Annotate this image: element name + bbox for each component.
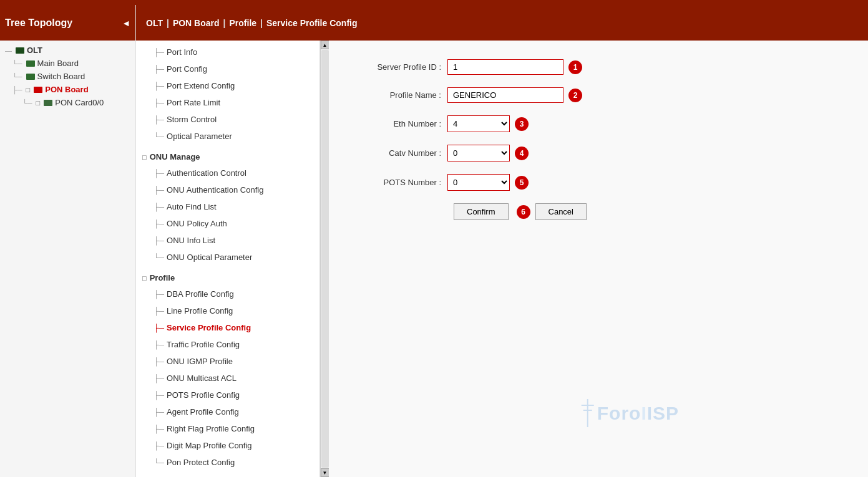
menu-item-authentication-control[interactable]: ├─ Authentication Control [136, 165, 319, 181]
scroll-indicator: ▲ ▼ [320, 41, 329, 477]
sidebar-title: Tree Topology [5, 17, 72, 29]
breadcrumb-olt: OLT [146, 18, 163, 28]
olt-icon [16, 47, 24, 54]
menu-label-line-profile-config: Line Profile Config [167, 306, 233, 316]
scroll-down-btn[interactable]: ▼ [321, 468, 329, 477]
scroll-up-btn[interactable]: ▲ [321, 41, 329, 49]
menu-item-onu-igmp-profile[interactable]: ├─ ONU IGMP Profile [136, 353, 319, 370]
breadcrumb-bar: OLT | PON Board | Profile | Service Prof… [136, 5, 868, 41]
menu-item-storm-control[interactable]: ├─ Storm Control [136, 111, 319, 128]
menu-item-onu-multicast-acl[interactable]: ├─ ONU Multicast ACL [136, 370, 319, 387]
step-badge-6: 6 [517, 205, 530, 219]
profile-name-row: Profile Name : 2 [348, 87, 849, 103]
connector-onu-policy: ├─ [154, 219, 164, 228]
menu-label-auto-find-list: Auto Find List [167, 202, 217, 211]
connector-port-rate: ├─ [154, 99, 164, 107]
catv-number-row: Catv Number : 0 1 2 4 [348, 145, 849, 161]
eth-number-select[interactable]: 4 1 2 3 8 [447, 115, 510, 132]
menu-label-port-info: Port Info [167, 47, 197, 57]
tree-item-pon-card[interactable]: └─ □ PON Card0/0 [0, 96, 135, 109]
watermark-text: ForoIISP [597, 403, 679, 424]
menu-label-agent-profile-config: Agent Profile Config [167, 407, 239, 417]
connector-auto-find: ├─ [154, 203, 164, 211]
menu-item-auto-find-list[interactable]: ├─ Auto Find List [136, 198, 319, 215]
olt-label: OLT [27, 46, 42, 55]
breadcrumb-service-profile-config: Service Profile Config [266, 18, 357, 28]
menu-item-onu-policy-auth[interactable]: ├─ ONU Policy Auth [136, 215, 319, 232]
menu-item-onu-authentication-config[interactable]: ├─ ONU Authentication Config [136, 181, 319, 198]
catv-number-label: Catv Number : [348, 148, 447, 158]
pon-card-icon [44, 100, 52, 106]
menu-item-pots-profile-config[interactable]: ├─ POTS Profile Config [136, 387, 319, 403]
menu-item-port-info[interactable]: ├─ Port Info [136, 44, 319, 60]
tree-item-switch-board[interactable]: └─ Switch Board [0, 70, 135, 83]
pots-number-select[interactable]: 0 1 2 [447, 174, 510, 191]
connector-onu-info: ├─ [154, 236, 164, 245]
connector-optical: └─ [154, 132, 164, 141]
menu-label-onu-info-list: ONU Info List [167, 236, 215, 245]
connector-port-info: ├─ [154, 48, 164, 57]
tree-item-pon-board[interactable]: ├─ □ PON Board [0, 83, 135, 96]
menu-label-storm-control: Storm Control [167, 115, 217, 124]
breadcrumb-sep-1: | [167, 18, 169, 28]
tree-item-main-board[interactable]: └─ Main Board [0, 57, 135, 70]
connector-igmp: ├─ [154, 357, 164, 366]
breadcrumb-sep-3: | [260, 18, 263, 28]
menu-item-port-rate-limit[interactable]: ├─ Port Rate Limit [136, 94, 319, 111]
menu-item-onu-optical-parameter[interactable]: └─ ONU Optical Parameter [136, 249, 319, 266]
menu-item-digit-map-profile-config[interactable]: ├─ Digit Map Profile Config [136, 437, 319, 454]
connector-agent: ├─ [154, 408, 164, 417]
connector-port-config: ├─ [154, 65, 164, 74]
sidebar-collapse-arrow[interactable]: ◄ [122, 18, 130, 28]
pon-card-label: PON Card0/0 [55, 98, 104, 107]
menu-item-agent-profile-config[interactable]: ├─ Agent Profile Config [136, 403, 319, 420]
step-badge-1: 1 [568, 60, 582, 74]
menu-item-port-config[interactable]: ├─ Port Config [136, 60, 319, 77]
menu-item-pon-protect-config[interactable]: └─ Pon Protect Config [136, 454, 319, 471]
connector-auth: ├─ [154, 169, 164, 178]
connector-pots: ├─ [154, 391, 164, 400]
menu-item-dba-profile-config[interactable]: ├─ DBA Profile Config [136, 286, 319, 302]
menu-label-dba-profile-config: DBA Profile Config [167, 289, 234, 299]
menu-label-digit-map-profile-config: Digit Map Profile Config [167, 441, 252, 450]
menu-label-onu-policy-auth: ONU Policy Auth [167, 219, 227, 228]
menu-section-profile[interactable]: □ Profile [136, 269, 319, 286]
pots-number-label: POTS Number : [348, 178, 447, 187]
catv-number-select[interactable]: 0 1 2 [447, 145, 510, 161]
breadcrumb-sep-2: | [223, 18, 226, 28]
menu-item-traffic-profile-config[interactable]: ├─ Traffic Profile Config [136, 336, 319, 353]
step-badge-5: 5 [515, 176, 529, 190]
connector-line: ├─ [154, 307, 164, 316]
menu-label-pots-profile-config: POTS Profile Config [167, 390, 240, 400]
step-badge-4: 4 [515, 147, 529, 160]
server-profile-id-row: Server Profile ID : 1 [348, 59, 849, 75]
tree-item-olt[interactable]: — OLT [0, 44, 135, 57]
menu-item-onu-info-list[interactable]: ├─ ONU Info List [136, 232, 319, 249]
menu-label-authentication-control: Authentication Control [167, 168, 246, 178]
pots-number-row: POTS Number : 0 1 2 5 [348, 174, 849, 191]
menu-label-traffic-profile-config: Traffic Profile Config [167, 340, 240, 349]
cancel-button[interactable]: Cancel [535, 203, 587, 220]
menu-item-service-profile-config[interactable]: ├─ Service Profile Config [136, 319, 319, 336]
menu-item-optical-parameter[interactable]: └─ Optical Parameter [136, 128, 319, 145]
tree-area: — OLT └─ Main Board └─ Switch Board ├─ □ [0, 41, 135, 477]
eth-number-label: Eth Number : [348, 119, 447, 128]
server-profile-id-input[interactable] [447, 59, 563, 75]
menu-item-right-flag-profile-config[interactable]: ├─ Right Flag Profile Config [136, 420, 319, 437]
profile-name-input[interactable] [447, 87, 563, 103]
menu-label-onu-authentication-config: ONU Authentication Config [167, 185, 263, 195]
confirm-button[interactable]: Confirm [454, 203, 509, 220]
connector-multicast: ├─ [154, 374, 164, 383]
menu-section-onu-manage[interactable]: □ ONU Manage [136, 148, 319, 165]
menu-label-port-extend-config: Port Extend Config [167, 81, 235, 90]
connector-traffic: ├─ [154, 340, 164, 349]
buttons-row: Confirm 6 Cancel [348, 203, 849, 220]
menu-section-onu-manage-label: ONU Manage [150, 152, 200, 161]
breadcrumb-profile: Profile [230, 18, 257, 28]
profile-name-label: Profile Name : [348, 90, 447, 100]
menu-item-line-profile-config[interactable]: ├─ Line Profile Config [136, 302, 319, 319]
menu-item-port-extend-config[interactable]: ├─ Port Extend Config [136, 77, 319, 94]
switch-board-icon [26, 74, 35, 80]
connector-onu-optical: └─ [154, 253, 164, 262]
menu-label-port-rate-limit: Port Rate Limit [167, 98, 220, 107]
